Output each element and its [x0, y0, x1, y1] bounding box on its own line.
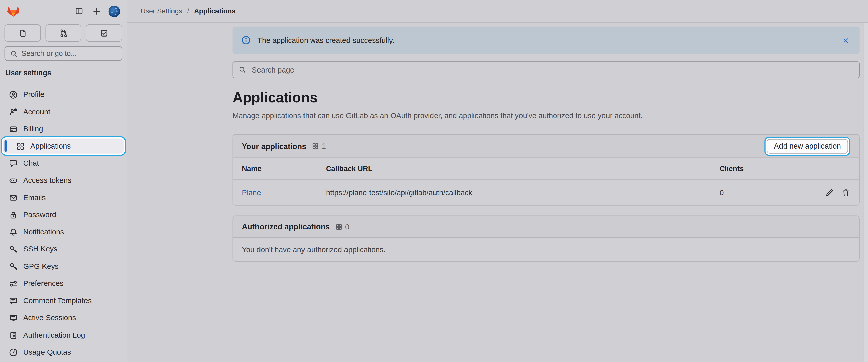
breadcrumb-separator: /	[187, 7, 189, 15]
edit-application-button[interactable]	[825, 188, 834, 197]
sessions-icon	[9, 313, 18, 322]
global-search-button[interactable]: Search or go to...	[4, 46, 122, 61]
sidebar-item-label: Active Sessions	[23, 314, 76, 322]
page-container: The application was created successfully…	[232, 23, 860, 261]
alert-message: The application was created successfully…	[257, 36, 395, 44]
add-new-application-button[interactable]: Add new application	[767, 139, 848, 153]
issues-icon	[18, 28, 27, 37]
main-content: User Settings / Applications The applica…	[127, 0, 868, 362]
column-header-callback-url: Callback URL	[326, 165, 720, 173]
applications-grid-icon	[312, 142, 319, 150]
scrollbar-track[interactable]	[864, 23, 868, 362]
authorized-applications-count: 0	[345, 223, 349, 231]
sidebar-item-billing[interactable]: Billing	[2, 120, 125, 137]
sidebar-item-active-sessions[interactable]: Active Sessions	[2, 309, 125, 326]
shortcut-buttons	[0, 22, 127, 41]
sidebar-item-label: Emails	[23, 193, 45, 202]
lock-icon	[9, 210, 18, 219]
todo-shortcut-button[interactable]	[86, 24, 122, 41]
gitlab-applications-page: Search or go to... User settings Profile…	[0, 0, 868, 362]
success-alert: The application was created successfully…	[232, 27, 860, 54]
sidebar-item-label: Account	[23, 108, 50, 116]
applications-table-header: Name Callback URL Clients	[233, 158, 859, 180]
your-applications-title: Your applications	[242, 141, 306, 150]
sidebar-item-access-tokens[interactable]: Access tokens	[2, 172, 125, 189]
sidebar-top-row	[0, 0, 127, 22]
your-applications-card: Your applications 1 Add new application …	[232, 134, 860, 206]
breadcrumb-user-settings[interactable]: User Settings	[141, 7, 182, 15]
trash-icon	[841, 188, 850, 197]
sidebar-item-emails[interactable]: Emails	[2, 189, 125, 206]
sidebar-item-label: Comment Templates	[23, 297, 92, 305]
row-actions	[808, 188, 850, 197]
sidebar-item-applications[interactable]: Applications	[3, 138, 124, 153]
sidebar-item-chat[interactable]: Chat	[2, 155, 125, 172]
user-avatar[interactable]	[108, 5, 120, 17]
page-search-box	[232, 61, 860, 78]
application-table-row: Plane https://plane-test/silo/api/gitlab…	[233, 180, 859, 205]
column-header-clients: Clients	[720, 165, 808, 173]
pencil-icon	[825, 188, 834, 197]
sidebar-item-label: Authentication Log	[23, 331, 85, 339]
page-search-input[interactable]	[251, 65, 854, 75]
sidebar-item-label: Profile	[23, 90, 44, 99]
sidebar-item-usage-quotas[interactable]: Usage Quotas	[2, 344, 125, 361]
sidebar-nav: ProfileAccountBillingApplicationsChatAcc…	[0, 86, 127, 361]
sidebar-item-label: SSH Keys	[23, 245, 57, 253]
create-new-icon[interactable]	[92, 6, 101, 16]
highlight-ring-add-button: Add new application	[765, 137, 850, 156]
alert-close-button[interactable]	[841, 35, 851, 45]
sidebar-item-ssh-keys[interactable]: SSH Keys	[2, 241, 125, 257]
key-icon	[9, 262, 18, 271]
issues-shortcut-button[interactable]	[4, 24, 41, 41]
authorized-applications-title: Authorized applications	[242, 222, 330, 231]
breadcrumb-applications[interactable]: Applications	[194, 7, 236, 15]
close-icon	[842, 36, 850, 44]
sidebar-item-comment-templates[interactable]: Comment Templates	[2, 292, 125, 309]
authorized-applications-header: Authorized applications 0	[233, 216, 859, 238]
sidebar-item-account[interactable]: Account	[2, 103, 125, 120]
authorized-applications-card: Authorized applications 0 You don't have…	[232, 216, 860, 261]
authorized-applications-empty-message: You don't have any authorized applicatio…	[233, 238, 859, 261]
info-icon	[241, 35, 251, 45]
search-icon	[10, 50, 18, 57]
quota-icon	[9, 347, 18, 357]
sidebar-item-label: Preferences	[23, 279, 63, 288]
your-applications-header: Your applications 1 Add new application	[233, 135, 859, 158]
sidebar-item-authentication-log[interactable]: Authentication Log	[2, 327, 125, 344]
delete-application-button[interactable]	[841, 188, 850, 197]
your-applications-count: 1	[322, 142, 326, 150]
sidebar-item-label: Billing	[23, 124, 43, 133]
page-title: Applications	[232, 89, 860, 106]
preferences-icon	[9, 279, 18, 288]
email-icon	[9, 193, 18, 202]
applications-grid-icon	[335, 223, 342, 230]
bell-icon	[9, 228, 18, 236]
application-name-link[interactable]: Plane	[242, 189, 261, 197]
your-applications-count-badge: 1	[312, 142, 326, 150]
auth-log-icon	[9, 331, 18, 339]
column-header-name: Name	[242, 165, 326, 173]
sidebar-item-preferences[interactable]: Preferences	[2, 275, 125, 292]
sidebar-item-label: Access tokens	[23, 176, 71, 185]
sidebar-item-gpg-keys[interactable]: GPG Keys	[2, 258, 125, 275]
sidebar-item-profile[interactable]: Profile	[2, 86, 125, 103]
profile-icon	[9, 90, 18, 99]
sidebar-item-label: Usage Quotas	[23, 348, 71, 357]
gitlab-logo-icon[interactable]	[6, 5, 20, 17]
merge-requests-shortcut-button[interactable]	[45, 24, 82, 41]
global-search-label: Search or go to...	[22, 49, 77, 58]
sidebar-item-password[interactable]: Password	[2, 206, 125, 223]
search-icon	[239, 66, 246, 74]
sidebar-item-label: Chat	[23, 159, 39, 167]
billing-icon	[9, 124, 18, 133]
sidebar-item-label: Applications	[30, 142, 71, 150]
token-icon	[9, 176, 18, 185]
sidebar-item-notifications[interactable]: Notifications	[2, 223, 125, 241]
toggle-sidebar-icon[interactable]	[75, 6, 84, 16]
merge-request-icon	[59, 28, 68, 37]
sidebar-item-label: Notifications	[23, 228, 64, 236]
highlight-ring-applications: Applications	[0, 136, 126, 156]
page-description: Manage applications that can use GitLab …	[232, 112, 860, 120]
application-callback-url: https://plane-test/silo/api/gitlab/auth/…	[326, 189, 720, 197]
